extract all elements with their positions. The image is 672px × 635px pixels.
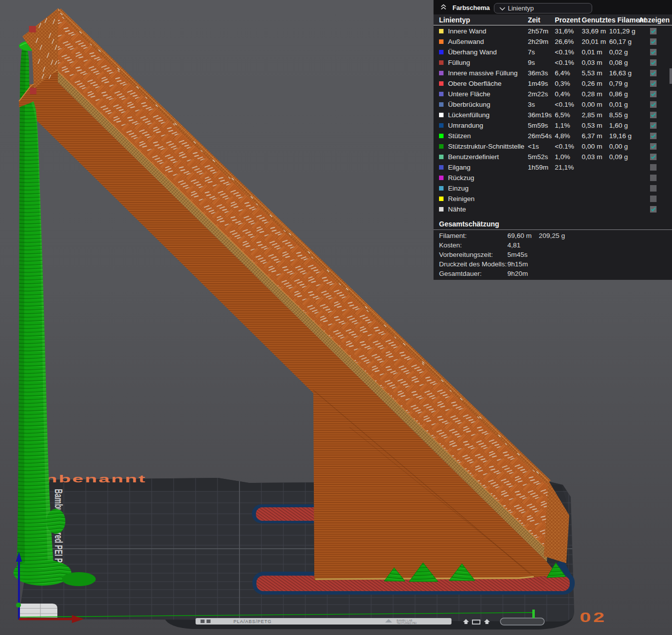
svg-text:TEXTURED PEI: TEXTURED PEI [397,622,417,625]
svg-text:nbenannt: nbenannt [45,473,147,485]
svg-text:02: 02 [580,610,607,625]
svg-text:PLA/ABS/PETG: PLA/ABS/PETG [233,619,272,624]
